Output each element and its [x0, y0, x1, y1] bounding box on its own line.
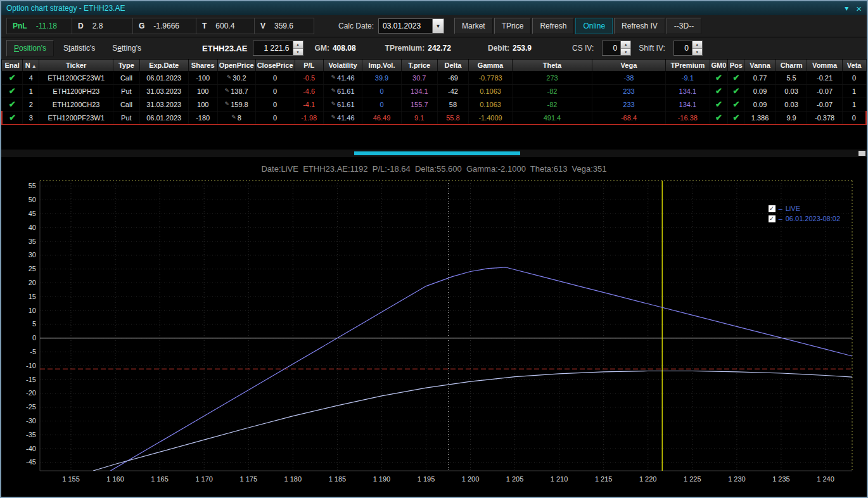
- column-header-gm0[interactable]: GM0: [710, 60, 728, 71]
- gm0-cell[interactable]: ✔: [710, 84, 728, 98]
- svg-text:50: 50: [29, 196, 36, 203]
- column-header-n[interactable]: N▲: [23, 60, 39, 71]
- rollup-icon[interactable]: ▾: [845, 4, 848, 13]
- svg-text:-5: -5: [30, 348, 36, 355]
- gamma-cell: 0.1063: [469, 84, 513, 98]
- pos-cell[interactable]: ✔: [728, 84, 744, 98]
- market-button[interactable]: Market: [454, 18, 493, 34]
- legend-label: 06.01.2023-08:02: [786, 215, 840, 222]
- openprice-cell[interactable]: ✎138.7: [217, 84, 255, 98]
- spinner-buttons: ▲ ▼: [692, 41, 702, 55]
- spin-down-icon[interactable]: ▼: [621, 49, 630, 56]
- column-header-type[interactable]: Type: [113, 60, 139, 71]
- legend-checkbox-icon[interactable]: ✓: [769, 215, 775, 222]
- column-header-vega[interactable]: Vega: [592, 60, 665, 71]
- column-header-expdate[interactable]: Exp.Date: [139, 60, 188, 71]
- positions-table-wrap: EnalN▲TickerTypeExp.DateSharesOpenPriceC…: [1, 60, 867, 150]
- volatility-cell[interactable]: ✎61.61: [323, 84, 362, 98]
- enabled-cell[interactable]: ✔: [2, 71, 23, 84]
- pos-cell[interactable]: ✔: [728, 71, 744, 84]
- svg-text:35: 35: [29, 238, 36, 245]
- veta-cell: 1: [842, 98, 866, 111]
- column-header-volatility[interactable]: Volatility: [323, 60, 362, 71]
- svg-text:20: 20: [29, 279, 36, 286]
- stat-vega-label: V: [260, 22, 265, 30]
- table-hscrollbar[interactable]: [1, 150, 867, 158]
- column-header-gamma[interactable]: Gamma: [469, 60, 513, 71]
- table-row[interactable]: ✔1ETH1200PH23Put31.03.2023100✎138.70-4.6…: [2, 84, 866, 98]
- column-header-vanna[interactable]: Vanna: [744, 60, 775, 71]
- column-header-pos[interactable]: Pos: [728, 60, 744, 71]
- column-header-delta[interactable]: Delta: [437, 60, 468, 71]
- gm0-cell[interactable]: ✔: [710, 98, 728, 111]
- legend-item-expiry[interactable]: ✓ – 06.01.2023-08:02: [769, 215, 840, 222]
- spin-up-icon[interactable]: ▲: [621, 41, 630, 49]
- volatility-cell[interactable]: ✎41.46: [323, 111, 362, 124]
- column-header-enabled[interactable]: Enal: [2, 60, 23, 71]
- column-header-openprice[interactable]: OpenPrice: [217, 60, 255, 71]
- column-header-theta[interactable]: Theta: [513, 60, 592, 71]
- spin-down-icon[interactable]: ▼: [293, 49, 303, 56]
- svg-text:1 200: 1 200: [462, 475, 480, 483]
- enabled-cell[interactable]: ✔: [2, 111, 23, 124]
- calendar-dropdown-icon[interactable]: ▼: [432, 19, 444, 33]
- table-row[interactable]: ✔3ETH1200PF23W1Put06.01.2023-180✎80-1.98…: [2, 111, 866, 124]
- calc-date-combo[interactable]: 03.01.2023 ▼: [378, 18, 444, 34]
- table-row[interactable]: ✔2ETH1200CH23Call31.03.2023100✎159.80-4.…: [2, 98, 866, 111]
- pos-cell[interactable]: ✔: [728, 111, 744, 124]
- tab-statistics[interactable]: Statistic's: [56, 40, 103, 56]
- column-header-vomma[interactable]: Vomma: [807, 60, 842, 71]
- spin-down-icon[interactable]: ▼: [692, 49, 702, 56]
- close-icon[interactable]: ×: [856, 3, 862, 14]
- scrollbar-thumb[interactable]: [354, 151, 520, 155]
- veta-cell: 0: [842, 71, 866, 84]
- cs-iv-spinner[interactable]: 0 ▲ ▼: [602, 41, 631, 56]
- scrollbar-grip[interactable]: [858, 151, 865, 156]
- volatility-cell[interactable]: ✎41.46: [323, 71, 362, 84]
- column-header-veta[interactable]: Veta: [842, 60, 866, 71]
- tprice-button[interactable]: TPrice: [494, 18, 532, 34]
- legend-item-live[interactable]: ✓ – LiVE: [769, 205, 840, 212]
- cs-iv-value[interactable]: 0: [603, 41, 620, 55]
- n-cell: 2: [23, 98, 39, 111]
- table-body: ✔4ETH1200CF23W1Call06.01.2023-100✎30.20-…: [2, 71, 866, 124]
- column-header-tpremium[interactable]: TPremium: [666, 60, 710, 71]
- stat-theta-label: T: [202, 22, 207, 30]
- column-header-impvol[interactable]: Imp.Vol.: [362, 60, 401, 71]
- refresh-iv-button[interactable]: Refresh IV: [614, 18, 665, 34]
- charm-cell: 5.5: [775, 71, 807, 84]
- spin-up-icon[interactable]: ▲: [293, 41, 303, 49]
- shift-iv-value[interactable]: 0: [674, 41, 692, 55]
- table-row[interactable]: ✔4ETH1200CF23W1Call06.01.2023-100✎30.20-…: [2, 71, 866, 84]
- gamma-cell: -1.4009: [469, 111, 513, 124]
- openprice-cell[interactable]: ✎8: [217, 111, 255, 124]
- openprice-cell[interactable]: ✎159.8: [217, 98, 255, 111]
- column-header-shares[interactable]: Shares: [188, 60, 217, 71]
- gm0-cell[interactable]: ✔: [710, 111, 728, 124]
- column-header-pl[interactable]: P/L: [295, 60, 323, 71]
- shares-cell: -100: [188, 71, 217, 84]
- column-header-charm[interactable]: Charm: [775, 60, 807, 71]
- gm0-cell[interactable]: ✔: [710, 71, 728, 84]
- column-header-tprice[interactable]: T.price: [401, 60, 437, 71]
- column-header-ticker[interactable]: Ticker: [39, 60, 113, 71]
- impvol-cell: 46.49: [362, 111, 401, 124]
- calc-date-value[interactable]: 03.01.2023: [379, 19, 432, 33]
- column-header-closeprice[interactable]: ClosePrice: [255, 60, 295, 71]
- enabled-cell[interactable]: ✔: [2, 84, 23, 98]
- refresh-button[interactable]: Refresh: [532, 18, 574, 34]
- online-button[interactable]: Online: [575, 18, 613, 34]
- pos-cell[interactable]: ✔: [728, 98, 744, 111]
- tab-positions[interactable]: Position's: [6, 40, 54, 56]
- tab-settings[interactable]: Setting's: [105, 40, 149, 56]
- spin-up-icon[interactable]: ▲: [692, 41, 702, 49]
- shift-iv-spinner[interactable]: 0 ▲ ▼: [673, 41, 703, 56]
- volatility-cell[interactable]: ✎61.61: [323, 98, 362, 111]
- underlying-price-spinner[interactable]: 1 221.6 ▲ ▼: [253, 41, 303, 56]
- enabled-cell[interactable]: ✔: [2, 98, 23, 111]
- threed-button[interactable]: --3D--: [667, 18, 701, 34]
- openprice-cell[interactable]: ✎30.2: [217, 71, 255, 84]
- legend-checkbox-icon[interactable]: ✓: [769, 205, 775, 212]
- pl-chart[interactable]: 5550454035302520151050-5-10-15-20-25-30-…: [4, 177, 864, 491]
- underlying-price-value[interactable]: 1 221.6: [253, 41, 293, 55]
